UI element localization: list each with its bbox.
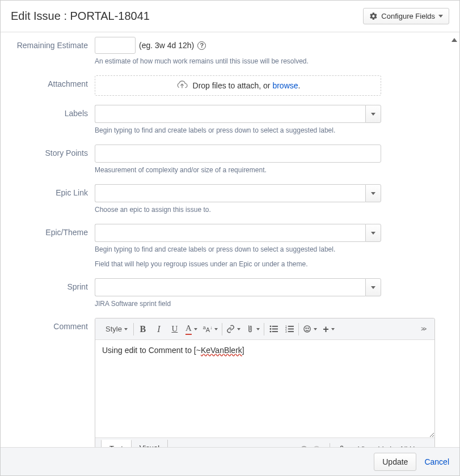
comment-label: Comment: [6, 318, 95, 331]
cloud-upload-icon: [176, 80, 188, 91]
sprint-dropdown-button[interactable]: [365, 278, 381, 296]
gear-icon: [369, 12, 378, 20]
toolbar-underline-button[interactable]: U: [167, 321, 183, 337]
toolbar-numbered-list-button[interactable]: 123: [281, 321, 297, 337]
remaining-estimate-input[interactable]: [95, 37, 136, 54]
configure-fields-label: Configure Fields: [381, 12, 435, 20]
remaining-estimate-example: (eg. 3w 4d 12h): [139, 41, 194, 50]
chevron-down-icon: [371, 232, 375, 235]
epic-link-dropdown-button[interactable]: [365, 184, 381, 202]
toolbar-expand-button[interactable]: >>: [415, 326, 431, 332]
svg-rect-1: [272, 326, 277, 327]
scroll-up-indicator[interactable]: [451, 38, 457, 42]
svg-text:3: 3: [285, 330, 287, 333]
chevron-down-icon: [237, 328, 240, 330]
chevron-down-icon: [371, 286, 375, 289]
cancel-button[interactable]: Cancel: [424, 457, 449, 466]
epic-link-input[interactable]: [95, 184, 365, 202]
svg-point-2: [269, 328, 271, 330]
attachment-dropzone[interactable]: Drop files to attach, or browse.: [95, 75, 381, 96]
attachment-label: Attachment: [6, 75, 95, 88]
toolbar-more-formatting-button[interactable]: aA↓: [200, 321, 221, 337]
dialog-footer: Update Cancel: [1, 447, 459, 475]
toolbar-attachment-button[interactable]: [243, 321, 263, 337]
unlock-icon: [338, 445, 345, 447]
story-points-label: Story Points: [6, 144, 95, 158]
toolbar-italic-button[interactable]: I: [151, 321, 167, 337]
remaining-estimate-desc: An estimate of how much work remains unt…: [95, 57, 381, 65]
chevron-down-icon: [194, 328, 197, 330]
configure-fields-button[interactable]: Configure Fields: [363, 8, 449, 24]
story-points-desc: Measurement of complexity and/or size of…: [95, 166, 381, 174]
svg-point-12: [304, 326, 310, 332]
edit-issue-dialog: Edit Issue : PORTAL-18041 Configure Fiel…: [0, 0, 460, 476]
toolbar-emoji-button[interactable]: [300, 321, 320, 337]
remaining-estimate-label: Remaining Estimate: [6, 37, 95, 50]
toolbar-style-button[interactable]: Style: [99, 321, 132, 337]
toolbar-bullet-list-button[interactable]: [265, 321, 281, 337]
toolbar-textcolor-button[interactable]: A: [183, 321, 200, 337]
chevron-down-icon: [371, 192, 375, 195]
chevron-down-icon: [331, 328, 335, 330]
epic-theme-label: Epic/Theme: [6, 224, 95, 237]
toolbar-insert-more-button[interactable]: +: [320, 321, 337, 337]
svg-rect-7: [288, 326, 293, 327]
update-button[interactable]: Update: [374, 453, 416, 471]
chevron-down-icon: [214, 328, 218, 330]
chevron-down-icon: [314, 328, 317, 330]
editor-footer: Text Visual ↶ ↷: [95, 437, 434, 447]
svg-rect-11: [288, 331, 293, 332]
toolbar-link-button[interactable]: [223, 321, 243, 337]
svg-point-4: [269, 331, 271, 333]
svg-point-14: [308, 328, 309, 329]
svg-rect-5: [272, 331, 277, 332]
epic-theme-desc2: Field that will help you regroup issues …: [95, 260, 381, 268]
dialog-header: Edit Issue : PORTAL-18041 Configure Fiel…: [1, 1, 459, 32]
epic-theme-desc1: Begin typing to find and create labels o…: [95, 245, 381, 253]
chevron-down-icon: [371, 113, 375, 116]
comment-editor: Style B I U A aA↓: [95, 318, 435, 447]
toolbar-bold-button[interactable]: B: [135, 321, 151, 337]
svg-point-13: [306, 328, 306, 329]
sprint-input[interactable]: [95, 278, 365, 296]
svg-rect-3: [272, 329, 277, 330]
editor-toolbar: Style B I U A aA↓: [95, 318, 434, 340]
help-icon[interactable]: ?: [197, 41, 206, 50]
labels-desc: Begin typing to find and create labels o…: [95, 126, 381, 134]
attachment-browse-link[interactable]: browse: [272, 81, 298, 90]
story-points-input[interactable]: [95, 144, 381, 163]
attachment-text: Drop files to attach, or: [193, 81, 273, 90]
sprint-label: Sprint: [6, 278, 95, 291]
chevron-down-icon: [124, 328, 128, 330]
labels-input[interactable]: [95, 105, 365, 123]
labels-label: Labels: [6, 105, 95, 118]
tab-visual[interactable]: Visual: [132, 440, 168, 447]
epic-link-label: Epic Link: [6, 184, 95, 197]
epic-theme-dropdown-button[interactable]: [365, 224, 381, 242]
epic-theme-input[interactable]: [95, 224, 365, 242]
dialog-body[interactable]: Remaining Estimate (eg. 3w 4d 12h) ? An …: [1, 32, 459, 447]
dialog-title: Edit Issue : PORTAL-18041: [11, 10, 150, 23]
undo-button[interactable]: ↶: [299, 443, 307, 448]
viewable-by-button[interactable]: Viewable by All Users: [338, 445, 429, 447]
svg-point-0: [269, 325, 271, 327]
chevron-down-icon: [438, 15, 443, 18]
epic-link-desc: Choose an epic to assign this issue to.: [95, 206, 381, 214]
svg-rect-9: [288, 329, 293, 330]
comment-textarea[interactable]: Using edit to Comment to [~KeVanBlerk]: [95, 340, 434, 437]
labels-dropdown-button[interactable]: [365, 105, 381, 123]
chevron-down-icon: [256, 328, 260, 330]
redo-button[interactable]: ↷: [313, 443, 322, 448]
tab-text[interactable]: Text: [101, 440, 132, 447]
sprint-desc: JIRA Software sprint field: [95, 300, 381, 308]
